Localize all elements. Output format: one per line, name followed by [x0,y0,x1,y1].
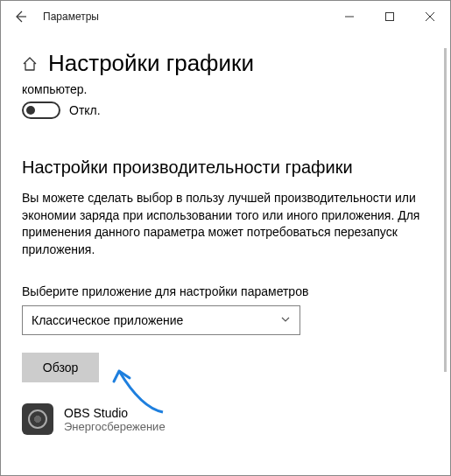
svg-rect-1 [386,13,394,21]
performance-description: Вы можете сделать выбор в пользу лучшей … [22,190,429,258]
browse-button[interactable]: Обзор [22,353,99,382]
obs-icon [22,403,53,435]
scrollbar[interactable] [444,48,447,372]
chevron-down-icon [280,314,291,327]
maximize-button[interactable] [370,1,410,32]
browse-button-label: Обзор [43,360,78,374]
window-title: Параметры [43,10,99,23]
back-button[interactable] [6,3,34,31]
app-name: OBS Studio [64,406,166,420]
page-title: Настройки графики [48,50,254,77]
home-icon[interactable] [22,56,38,72]
performance-heading: Настройки производительности графики [22,158,429,178]
close-button[interactable] [410,1,450,32]
hardware-toggle[interactable] [22,102,60,119]
app-list-item[interactable]: OBS Studio Энергосбережение [22,403,429,435]
toggle-state-label: Откл. [69,103,101,117]
app-select-label: Выберите приложение для настройки параме… [22,284,429,298]
minimize-button[interactable] [329,1,370,32]
combobox-value: Классическое приложение [32,313,183,327]
app-power-mode: Энергосбережение [64,420,166,433]
app-type-combobox[interactable]: Классическое приложение [22,305,300,335]
truncated-text: компьютер. [22,82,429,96]
